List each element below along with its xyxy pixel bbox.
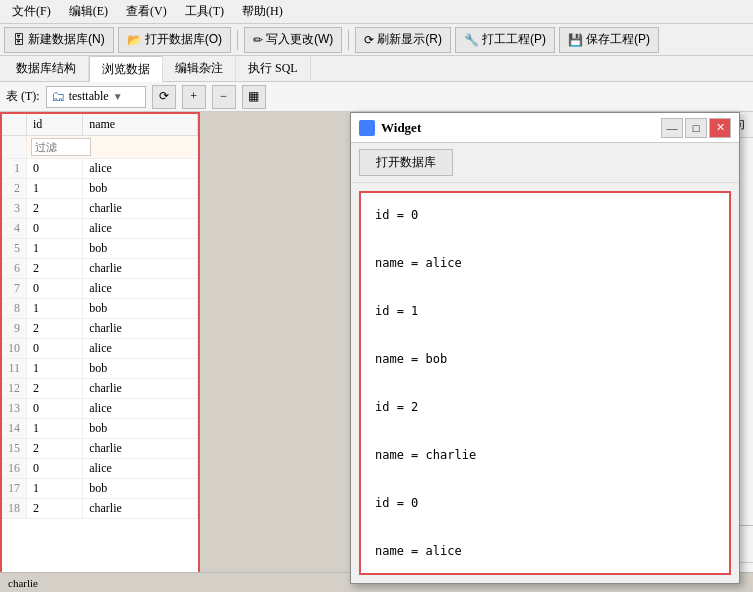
filter-input[interactable] bbox=[31, 138, 91, 156]
widget-open-db-button[interactable]: 打开数据库 bbox=[359, 149, 453, 176]
table-row[interactable]: 9 2 charlie bbox=[2, 319, 198, 339]
row-number: 12 bbox=[2, 379, 27, 399]
row-number: 17 bbox=[2, 479, 27, 499]
data-table: id name 1 0 alice 2 1 bob 3 2 charlie 4 … bbox=[2, 114, 198, 519]
right-area: Widget — □ ✕ 打开数据库 id = 0 name = alice i… bbox=[200, 112, 753, 592]
widget-controls: — □ ✕ bbox=[661, 118, 731, 138]
tab-browse-data[interactable]: 浏览数据 bbox=[89, 56, 163, 82]
row-number: 4 bbox=[2, 219, 27, 239]
widget-content-line bbox=[375, 371, 715, 395]
table-filter-button[interactable]: ▦ bbox=[242, 85, 266, 109]
cell-id: 2 bbox=[27, 199, 83, 219]
refresh-button[interactable]: ⟳ 刷新显示(R) bbox=[355, 27, 451, 53]
col-name[interactable]: name bbox=[83, 114, 198, 136]
table-row[interactable]: 7 0 alice bbox=[2, 279, 198, 299]
main-content: id name 1 0 alice 2 1 bob 3 2 charlie 4 … bbox=[0, 112, 753, 592]
table-row[interactable]: 4 0 alice bbox=[2, 219, 198, 239]
menu-view[interactable]: 查看(V) bbox=[118, 1, 175, 22]
write-changes-button[interactable]: ✏ 写入更改(W) bbox=[244, 27, 342, 53]
cell-id: 0 bbox=[27, 459, 83, 479]
project-icon: 🔧 bbox=[464, 33, 479, 47]
table-row[interactable]: 2 1 bob bbox=[2, 179, 198, 199]
table-row[interactable]: 11 1 bob bbox=[2, 359, 198, 379]
cell-name: bob bbox=[83, 239, 198, 259]
widget-content-line: name = charlie bbox=[375, 443, 715, 467]
table-row[interactable]: 13 0 alice bbox=[2, 399, 198, 419]
cell-id: 1 bbox=[27, 299, 83, 319]
tab-edit-pragmas[interactable]: 编辑杂注 bbox=[163, 56, 236, 81]
open-project-button[interactable]: 🔧 打工工程(P) bbox=[455, 27, 555, 53]
table-row[interactable]: 3 2 charlie bbox=[2, 199, 198, 219]
cell-name: alice bbox=[83, 279, 198, 299]
row-number: 6 bbox=[2, 259, 27, 279]
tab-db-structure[interactable]: 数据库结构 bbox=[4, 56, 89, 81]
table-row[interactable]: 1 0 alice bbox=[2, 159, 198, 179]
new-db-button[interactable]: 🗄 新建数据库(N) bbox=[4, 27, 114, 53]
menu-edit[interactable]: 编辑(E) bbox=[61, 1, 116, 22]
table-row[interactable]: 8 1 bob bbox=[2, 299, 198, 319]
cell-name: alice bbox=[83, 159, 198, 179]
col-id[interactable]: id bbox=[27, 114, 83, 136]
cell-id: 0 bbox=[27, 339, 83, 359]
cell-name: bob bbox=[83, 179, 198, 199]
cell-id: 0 bbox=[27, 279, 83, 299]
cell-id: 2 bbox=[27, 499, 83, 519]
save-project-button[interactable]: 💾 保存工程(P) bbox=[559, 27, 659, 53]
row-number: 10 bbox=[2, 339, 27, 359]
widget-content-line: id = 2 bbox=[375, 395, 715, 419]
cell-name: alice bbox=[83, 339, 198, 359]
row-number: 15 bbox=[2, 439, 27, 459]
widget-maximize-button[interactable]: □ bbox=[685, 118, 707, 138]
cell-id: 1 bbox=[27, 419, 83, 439]
menu-help[interactable]: 帮助(H) bbox=[234, 1, 291, 22]
row-number: 18 bbox=[2, 499, 27, 519]
table-icon: 🗂 bbox=[51, 89, 65, 105]
cell-name: charlie bbox=[83, 439, 198, 459]
toolbar-separator-2 bbox=[348, 30, 349, 50]
data-table-panel: id name 1 0 alice 2 1 bob 3 2 charlie 4 … bbox=[0, 112, 200, 592]
table-selector-bar: 表 (T): 🗂 testtable ▼ ⟳ + − ▦ bbox=[0, 82, 753, 112]
cell-name: bob bbox=[83, 419, 198, 439]
widget-title-left: Widget bbox=[359, 120, 421, 136]
table-dropdown[interactable]: 🗂 testtable ▼ bbox=[46, 86, 146, 108]
table-insert-button[interactable]: + bbox=[182, 85, 206, 109]
cell-id: 1 bbox=[27, 359, 83, 379]
cell-id: 1 bbox=[27, 479, 83, 499]
table-row[interactable]: 12 2 charlie bbox=[2, 379, 198, 399]
table-row[interactable]: 5 1 bob bbox=[2, 239, 198, 259]
table-refresh-button[interactable]: ⟳ bbox=[152, 85, 176, 109]
table-row[interactable]: 18 2 charlie bbox=[2, 499, 198, 519]
menu-tools[interactable]: 工具(T) bbox=[177, 1, 232, 22]
table-row[interactable]: 10 0 alice bbox=[2, 339, 198, 359]
table-row[interactable]: 16 0 alice bbox=[2, 459, 198, 479]
table-label: 表 (T): bbox=[6, 88, 40, 105]
cell-name: alice bbox=[83, 459, 198, 479]
widget-content-line bbox=[375, 275, 715, 299]
widget-toolbar: 打开数据库 bbox=[351, 143, 739, 183]
table-row[interactable]: 6 2 charlie bbox=[2, 259, 198, 279]
table-row[interactable]: 14 1 bob bbox=[2, 419, 198, 439]
widget-content-line: id = 0 bbox=[375, 203, 715, 227]
table-delete-button[interactable]: − bbox=[212, 85, 236, 109]
save-project-icon: 💾 bbox=[568, 33, 583, 47]
table-row[interactable]: 17 1 bob bbox=[2, 479, 198, 499]
widget-minimize-button[interactable]: — bbox=[661, 118, 683, 138]
tab-bar: 数据库结构 浏览数据 编辑杂注 执行 SQL bbox=[0, 56, 753, 82]
col-rownum bbox=[2, 114, 27, 136]
widget-app-icon bbox=[359, 120, 375, 136]
new-db-icon: 🗄 bbox=[13, 33, 25, 47]
menu-file[interactable]: 文件(F) bbox=[4, 1, 59, 22]
cell-name: alice bbox=[83, 399, 198, 419]
row-number: 8 bbox=[2, 299, 27, 319]
cell-name: bob bbox=[83, 299, 198, 319]
filter-cell bbox=[27, 136, 198, 159]
table-row[interactable]: 15 2 charlie bbox=[2, 439, 198, 459]
widget-content-line: name = alice bbox=[375, 251, 715, 275]
cell-id: 2 bbox=[27, 319, 83, 339]
widget-close-button[interactable]: ✕ bbox=[709, 118, 731, 138]
open-db-button[interactable]: 📂 打开数据库(O) bbox=[118, 27, 231, 53]
cell-id: 1 bbox=[27, 179, 83, 199]
menu-bar: 文件(F) 编辑(E) 查看(V) 工具(T) 帮助(H) bbox=[0, 0, 753, 24]
tab-execute-sql[interactable]: 执行 SQL bbox=[236, 56, 311, 81]
row-number: 11 bbox=[2, 359, 27, 379]
